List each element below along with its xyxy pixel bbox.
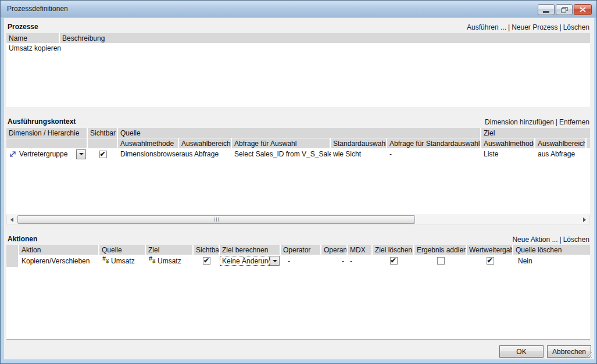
cell-sichtbar: [88, 151, 118, 158]
close-icon: [580, 7, 586, 12]
column-header-blank: [88, 138, 117, 148]
cell-ziel-berechnen: Keine Änderung: [220, 256, 281, 266]
neuer-prozess-link[interactable]: Neuer Prozess: [512, 23, 557, 31]
dimension-dropdown-button[interactable]: [76, 149, 86, 159]
ziel-berechnen-dropdown-button[interactable]: [270, 256, 280, 266]
kontext-group-header-row: Dimension / Hierarchie Sichtbar Quelle Z…: [6, 128, 590, 138]
cancel-button[interactable]: Abbrechen: [547, 345, 591, 358]
cell-operand: -: [321, 257, 348, 265]
column-header-abfrage-fuer-standardauswahl: Abfrage für Standardauswahl: [387, 138, 480, 148]
column-header-operand: Operand: [321, 245, 346, 255]
aktion-loeschen-link[interactable]: Löschen: [563, 235, 589, 244]
ergebnis-addieren-checkbox[interactable]: [437, 257, 445, 265]
scroll-right-button[interactable]: [580, 215, 589, 224]
cell-sichtbar: [194, 257, 220, 265]
column-header-quelle-loeschen: Quelle löschen: [513, 245, 590, 255]
kontext-section-label: Ausführungskontext: [8, 117, 76, 126]
process-definitions-dialog: Prozessdefinitionen Prozesse Ausführen .…: [0, 0, 597, 364]
column-header-standardauswahl: Standardauswahl: [331, 138, 386, 148]
ziel-berechnen-combobox[interactable]: Keine Änderung: [220, 256, 270, 266]
ausfuehren-link[interactable]: Ausführen ...: [467, 23, 506, 31]
measure-icon: #¥: [102, 256, 111, 265]
cell-abfrage-fuer-standardauswahl: -: [387, 150, 481, 158]
cell-standardauswahl: wie Sicht: [331, 150, 387, 158]
column-header-ziel-auswahlbereich: Auswahlbereich: [535, 138, 585, 148]
cell-quelle-loeschen: Nein: [513, 257, 590, 265]
titlebar[interactable]: Prozessdefinitionen: [1, 1, 596, 17]
thumb-grip: [215, 217, 215, 222]
dimension-hinzufuegen-link[interactable]: Dimension hinzufügen: [485, 118, 554, 126]
column-header-quelle-auswahlbereich: Auswahlbereich: [179, 138, 231, 148]
kontext-table: Dimension / Hierarchie Sichtbar Quelle Z…: [6, 128, 590, 215]
close-button[interactable]: [574, 4, 592, 15]
cell-mdx: -: [348, 257, 373, 265]
column-header-quelle-auswahlmethode: Auswahlmethode: [118, 138, 178, 148]
kontext-links: Dimension hinzufügen|Entfernen: [485, 118, 589, 126]
column-header-sichtbar: Sichtbar: [88, 128, 117, 138]
cell-ziel-auswahlbereich: aus Abfrage: [535, 150, 590, 158]
link-separator: |: [554, 118, 559, 126]
column-header-ergebnis-addieren: Ergebnis addieren: [414, 245, 466, 255]
cell-abfrage-fuer-auswahl: Select Sales_ID from V_S_Sales: [232, 150, 331, 158]
cell-dimension: Vertretergruppe: [6, 149, 88, 159]
row-selector[interactable]: [6, 255, 18, 267]
dimension-name: Vertretergruppe: [19, 150, 67, 158]
aktionen-header-row: Aktion Quelle Ziel Sichtbar Ziel berechn…: [6, 245, 590, 255]
ziel-loeschen-checkbox[interactable]: [390, 257, 398, 265]
thumb-grip: [216, 217, 217, 222]
cell-wertweitergabe: [467, 257, 513, 265]
thumb-grip: [218, 217, 219, 222]
column-header-ziel-loeschen: Ziel löschen: [373, 245, 413, 255]
cell-auswahlmethode: Dimensionsbrowser: [118, 150, 179, 158]
prozesse-links: Ausführen ...|Neuer Prozess|Löschen: [467, 23, 589, 31]
column-header-ziel-group: Ziel: [481, 128, 590, 138]
table-row[interactable]: Umsatz kopieren: [6, 43, 590, 53]
prozess-loeschen-link[interactable]: Löschen: [563, 23, 589, 31]
maximize-button[interactable]: [556, 4, 573, 15]
sichtbar-checkbox[interactable]: [203, 257, 210, 265]
scroll-left-icon: [10, 217, 13, 222]
scroll-right-icon: [583, 217, 586, 222]
resize-grip[interactable]: [585, 351, 594, 359]
wertweitergabe-checkbox[interactable]: [487, 257, 494, 265]
column-header-quelle: Quelle: [99, 245, 145, 255]
hierarchy-icon: [9, 151, 17, 158]
kontext-row[interactable]: Vertretergruppe Dimensionsbrowser aus Ab…: [6, 148, 590, 160]
column-header-cutoff: [587, 138, 590, 148]
chevron-down-icon: [79, 153, 84, 155]
column-header-blank: [6, 138, 87, 148]
scroll-left-button[interactable]: [7, 215, 17, 224]
window-title: Prozessdefinitionen: [7, 5, 68, 13]
cell-ergebnis-addieren: [414, 257, 467, 265]
aktionen-row[interactable]: Kopieren/Verschieben #¥ Umsatz #¥ Umsatz…: [6, 255, 590, 267]
dialog-content: Prozesse Ausführen ...|Neuer Prozess|Lös…: [4, 18, 594, 359]
measure-icon: #¥: [148, 256, 158, 265]
row-selector-header: [6, 245, 18, 255]
neue-aktion-link[interactable]: Neue Aktion ...: [512, 235, 557, 244]
column-header-ziel-auswahlmethode: Auswahlmethode: [481, 138, 534, 148]
link-separator: |: [558, 235, 563, 244]
aktionen-section-label: Aktionen: [8, 235, 37, 243]
minimize-button[interactable]: [538, 4, 555, 15]
sichtbar-checkbox[interactable]: [99, 151, 107, 158]
horizontal-scrollbar[interactable]: [6, 215, 590, 224]
cell-quelle: #¥ Umsatz: [99, 256, 146, 265]
column-header-sichtbar: Sichtbar: [194, 245, 219, 255]
window-controls: [538, 4, 592, 15]
column-header-operator: Operator: [281, 245, 320, 255]
column-header-name: Name: [6, 33, 59, 43]
column-header-mdx: MDX: [348, 245, 371, 255]
column-header-abfrage-fuer-auswahl: Abfrage für Auswahl: [232, 138, 330, 148]
minimize-icon: [543, 11, 549, 13]
ok-button[interactable]: OK: [499, 345, 544, 358]
dimension-entfernen-link[interactable]: Entfernen: [559, 118, 589, 126]
cell-ziel-loeschen: [373, 257, 414, 265]
link-separator: |: [558, 23, 563, 31]
column-header-wertweitergabe: Wertweitergabe: [467, 245, 512, 255]
chevron-down-icon: [273, 260, 277, 262]
aktionen-table: Aktion Quelle Ziel Sichtbar Ziel berechn…: [6, 245, 590, 340]
ziel-value: Umsatz: [158, 257, 181, 265]
column-header-ziel-berechnen: Ziel berechnen: [220, 245, 280, 255]
column-header-dimension-hierarchie: Dimension / Hierarchie: [6, 128, 87, 138]
scrollbar-thumb[interactable]: [17, 215, 415, 224]
